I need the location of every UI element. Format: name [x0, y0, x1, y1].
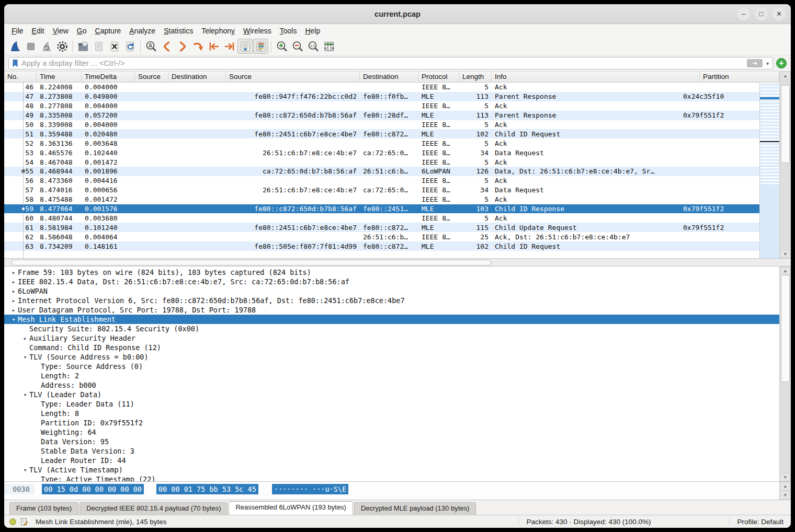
details-scrollbar[interactable]: ▲ ▼	[779, 267, 791, 481]
column-header-info-9[interactable]: Info	[492, 72, 700, 82]
expander-expanded-icon[interactable]: ▾	[21, 467, 29, 473]
hscrollbar-thumb[interactable]	[12, 260, 491, 265]
menu-analyze[interactable]: Analyze	[125, 25, 160, 37]
scroll-down-arrow-icon[interactable]: ▼	[780, 491, 791, 500]
capture-options-icon[interactable]	[54, 39, 70, 54]
open-file-icon[interactable]	[75, 39, 90, 54]
detail-row[interactable]: Length: 8	[4, 409, 779, 418]
detail-row[interactable]: Stable Data Version: 3	[4, 446, 779, 456]
close-file-icon[interactable]	[107, 39, 122, 54]
detail-row[interactable]: Address: b000	[4, 380, 779, 390]
detail-row[interactable]: Leader Router ID: 44	[4, 456, 779, 465]
column-header-timedelta-2[interactable]: TimeDelta	[82, 72, 135, 82]
hex-dump-line[interactable]: 0030 00 15 0d 00 00 00 00 00 00 00 01 75…	[4, 482, 779, 500]
packet-row-61[interactable]: 618.5819840.101240fe80::2451:c6b7:e8ce:4…	[4, 223, 759, 232]
scroll-up-arrow-icon[interactable]: ▲	[780, 267, 791, 275]
detail-row[interactable]: ▸6LoWPAN	[4, 286, 779, 296]
display-filter-box[interactable]: ➜ ▾	[8, 57, 773, 70]
detail-row[interactable]: Type: Leader Data (11)	[4, 399, 779, 409]
expander-collapsed-icon[interactable]: ▸	[9, 269, 18, 276]
packet-row-46[interactable]: 468.2240080.004000IEEE 8…5Ack	[4, 83, 759, 92]
packet-list-scrollbar[interactable]: ▲ ▼	[779, 72, 791, 258]
menu-tools[interactable]: Tools	[276, 25, 301, 37]
detail-row[interactable]: Command: Child ID Response (12)	[4, 343, 779, 352]
resize-columns-icon[interactable]	[321, 39, 336, 54]
detail-row[interactable]: Weighting: 64	[4, 427, 779, 437]
column-header-partition-10[interactable]: Partition	[700, 72, 779, 82]
hex-ascii[interactable]: ········ ···u·S\E	[272, 484, 348, 494]
status-profile[interactable]: Profile: Default	[729, 518, 783, 526]
expander-collapsed-icon[interactable]: ▸	[9, 297, 18, 304]
packet-row-53[interactable]: 538.4655760.10244026:51:c6:b7:e8:ce:4b:e…	[4, 148, 759, 157]
packet-row-58[interactable]: 588.4754880.001472IEEE 8…5Ack	[4, 195, 759, 204]
detail-row[interactable]: ▾Mesh Link Establishment	[4, 315, 779, 324]
go-forward-icon[interactable]	[175, 39, 190, 54]
column-header-destination-6[interactable]: Destination	[360, 72, 418, 82]
menu-capture[interactable]: Capture	[91, 25, 126, 37]
display-filter-input[interactable]	[21, 59, 745, 67]
reload-file-icon[interactable]	[122, 39, 138, 54]
zoom-out-icon[interactable]	[290, 39, 305, 54]
go-to-packet-icon[interactable]	[190, 39, 206, 54]
scrollbar-thumb[interactable]	[781, 85, 790, 164]
packet-row-56[interactable]: 568.4733600.004416IEEE 8…5Ack	[4, 176, 759, 186]
menu-edit[interactable]: Edit	[28, 25, 49, 37]
titlebar[interactable]: current.pcap – □ ✕	[4, 4, 791, 24]
find-packet-icon[interactable]: A	[143, 39, 158, 54]
packet-row-59[interactable]: 598.4770640.001576fe80::c872:650d:b7b8:5…	[4, 204, 759, 214]
detail-row[interactable]: Type: Active Timestamp (22)	[4, 475, 779, 481]
column-header-destination-4[interactable]: Destination	[168, 72, 226, 82]
detail-row[interactable]: Type: Source Address (0)	[4, 362, 779, 371]
expander-expanded-icon[interactable]: ▾	[21, 391, 29, 398]
column-header-source-3[interactable]: Source	[135, 72, 168, 82]
column-header-protocol-7[interactable]: Protocol	[418, 72, 459, 82]
detail-row[interactable]: Security Suite: 802.15.4 Security (0x00)	[4, 324, 779, 333]
fin-start-icon[interactable]	[7, 39, 22, 54]
detail-row[interactable]: ▾TLV (Source Address = b0:00)	[4, 352, 779, 362]
expander-collapsed-icon[interactable]: ▸	[9, 279, 18, 285]
zoom-original-icon[interactable]: 1:1	[305, 39, 321, 54]
go-last-icon[interactable]	[222, 39, 237, 54]
fin-restart-icon[interactable]	[39, 39, 54, 54]
hex-bytes-group1[interactable]: 00 15 0d 00 00 00 00 00	[42, 484, 144, 494]
packet-row-51[interactable]: 518.3594880.020480fe80::2451:c6b7:e8ce:4…	[4, 129, 759, 138]
column-header-time-1[interactable]: Time	[37, 72, 82, 82]
scroll-up-arrow-icon[interactable]: ▲	[780, 72, 791, 80]
detail-row[interactable]: ▸Auxiliary Security Header	[4, 333, 779, 343]
byte-view-tab[interactable]: Decrypted IEEE 802.15.4 payload (70 byte…	[80, 502, 228, 515]
menu-view[interactable]: View	[49, 25, 73, 37]
menu-wireless[interactable]: Wireless	[239, 25, 276, 37]
packet-row-63[interactable]: 638.7342090.148161fe80::505e:f807:7f81:4…	[4, 241, 759, 251]
menu-go[interactable]: Go	[73, 25, 91, 37]
byte-view-tab[interactable]: Frame (103 bytes)	[9, 502, 78, 515]
packet-row-48[interactable]: 488.2778080.004000IEEE 8…5Ack	[4, 101, 759, 111]
detail-row[interactable]: ▸Frame 59: 103 bytes on wire (824 bits),…	[4, 268, 779, 277]
packet-list-hscrollbar[interactable]	[4, 259, 791, 267]
column-header-no-0[interactable]: No.	[4, 72, 37, 82]
expert-info-icon[interactable]	[9, 518, 16, 525]
expander-collapsed-icon[interactable]: ▸	[9, 288, 18, 295]
byte-view-tab[interactable]: Reassembled 6LoWPAN (193 bytes)	[229, 501, 353, 515]
scroll-down-arrow-icon[interactable]: ▼	[780, 473, 791, 481]
filter-dropdown-caret[interactable]: ▾	[765, 61, 770, 66]
expander-expanded-icon[interactable]: ▾	[21, 354, 29, 361]
scrollbar-thumb[interactable]	[781, 275, 790, 382]
expander-collapsed-icon[interactable]: ▸	[21, 335, 29, 342]
bytes-scrollbar[interactable]: ▲ ▼	[779, 482, 791, 500]
colorize-icon[interactable]	[253, 39, 268, 54]
add-filter-button[interactable]: +	[776, 58, 787, 68]
packet-row-50[interactable]: 508.3390080.004000IEEE 8…5Ack	[4, 120, 759, 130]
hex-bytes-group2[interactable]: 00 00 01 75 bb 53 5c 45	[156, 484, 258, 494]
detail-row[interactable]: Partition ID: 0x79f551f2	[4, 418, 779, 427]
scroll-down-arrow-icon[interactable]: ▼	[780, 250, 791, 258]
go-first-icon[interactable]	[206, 39, 221, 54]
scrollbar-track[interactable]	[780, 275, 791, 473]
detail-row[interactable]: ▾TLV (Leader Data)	[4, 390, 779, 399]
packet-row-60[interactable]: 608.4807440.003680IEEE 8…5Ack	[4, 213, 759, 223]
packet-row-52[interactable]: 528.3631360.003648IEEE 8…5Ack	[4, 138, 759, 148]
auto-scroll-icon[interactable]	[237, 39, 253, 54]
detail-row[interactable]: Data Version: 95	[4, 437, 779, 446]
detail-row[interactable]: ▸Internet Protocol Version 6, Src: fe80:…	[4, 296, 779, 305]
save-file-icon[interactable]	[91, 39, 106, 54]
go-back-icon[interactable]	[159, 39, 174, 54]
